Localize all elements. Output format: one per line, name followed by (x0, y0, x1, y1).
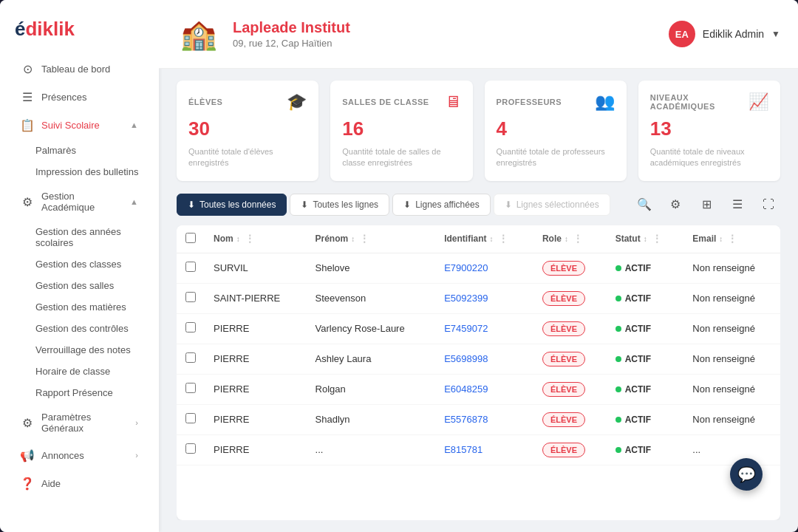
col-menu-role[interactable]: ⋮ (573, 233, 583, 245)
sidebar-item-suivi-scolaire[interactable]: 📋 Suivi Scolaire ▲ (6, 112, 153, 138)
suivi-icon: 📋 (21, 118, 34, 132)
sidebar-item-verrouillage[interactable]: Verrouillage des notes (0, 339, 159, 361)
btn-selected-lines[interactable]: ⬇ Lignes sélectionnées (494, 194, 610, 216)
stat-value-niveaux: 13 (650, 117, 768, 140)
user-area[interactable]: EA Ediklik Admin ▼ (669, 21, 780, 47)
row-select-5[interactable] (185, 413, 196, 423)
stat-label-salles: SALLES DE CLASSE (342, 98, 429, 106)
school-details: Lapleade Institut 09, rue 12, Cap Haïtie… (233, 19, 350, 49)
data-table: Nom ↕ ⋮ Prénom ↕ ⋮ (177, 225, 780, 466)
sidebar-item-matieres[interactable]: Gestion des matières (0, 296, 159, 318)
expand-icon[interactable]: ⛶ (757, 193, 780, 216)
cell-identifiant-0[interactable]: E7900220 (435, 253, 533, 283)
row-checkbox-3 (177, 344, 205, 374)
cell-email-0: Non renseigné (683, 253, 780, 283)
sidebar-item-presences[interactable]: ☰ Présences (6, 83, 153, 110)
sort-prenom-icon[interactable]: ↕ (351, 235, 355, 243)
stats-area: ÉLÈVES 🎓 30 Quantité totale d'élèves enr… (159, 69, 798, 193)
statut-badge-6: ACTIF (615, 445, 651, 455)
cell-nom-4: PIERRE (205, 374, 307, 404)
stat-label-professeurs: PROFESSEURS (497, 98, 562, 106)
sidebar-item-annees-scolaires[interactable]: Gestion des années scolaires (0, 221, 159, 253)
stat-card-salles: SALLES DE CLASSE 🖥 16 Quantité totale de… (330, 81, 472, 181)
col-menu-nom[interactable]: ⋮ (245, 233, 255, 245)
sidebar-item-impression-bulletins[interactable]: Impression des bulletins (0, 161, 159, 183)
download-icon-4: ⬇ (505, 200, 512, 210)
sort-statut-icon[interactable]: ↕ (644, 235, 647, 243)
row-select-3[interactable] (185, 352, 196, 363)
row-checkbox-2 (177, 313, 205, 344)
sort-role-icon[interactable]: ↕ (565, 235, 568, 243)
sort-identifiant-icon[interactable]: ↕ (490, 235, 494, 243)
cell-identifiant-4[interactable]: E6048259 (435, 374, 533, 404)
sidebar-item-annonces[interactable]: 📢 Annonces › (6, 442, 153, 468)
col-menu-prenom[interactable]: ⋮ (359, 233, 369, 245)
sidebar-item-horaire[interactable]: Horaire de classe (0, 361, 159, 382)
table-row: PIERRE ... E815781 ÉLÈVE ACTIF ... (177, 434, 780, 465)
row-checkbox-6 (177, 434, 205, 465)
sidebar-item-rapport-presence[interactable]: Rapport Présence (0, 382, 159, 403)
sidebar-item-tableau-de-bord[interactable]: ⊙ Tableau de bord (6, 55, 153, 82)
cell-statut-4: ACTIF (607, 374, 684, 404)
sidebar-item-salles[interactable]: Gestion des salles (0, 275, 159, 296)
main-content: 🏫 Lapleade Institut 09, rue 12, Cap Haït… (159, 0, 798, 532)
cell-identifiant-1[interactable]: E5092399 (435, 283, 533, 313)
cell-statut-1: ACTIF (607, 283, 684, 313)
stat-value-professeurs: 4 (497, 117, 615, 140)
sidebar-item-parametres[interactable]: ⚙ Paramètres Généraux › (6, 405, 153, 440)
cell-prenom-1: Steevenson (307, 283, 436, 313)
cell-email-4: Non renseigné (683, 374, 780, 404)
gestion-academique-submenu: Gestion des années scolaires Gestion des… (0, 221, 159, 403)
cell-nom-6: PIERRE (205, 434, 307, 465)
cell-nom-5: PIERRE (205, 404, 307, 434)
sidebar-item-palmares[interactable]: Palmarès (0, 140, 159, 161)
btn-displayed-lines[interactable]: ⬇ Lignes affichées (392, 194, 491, 216)
table-row: PIERRE Varlency Rose-Laure E7459072 ÉLÈV… (177, 313, 780, 344)
row-select-6[interactable] (185, 443, 196, 454)
select-all-checkbox[interactable] (185, 233, 196, 243)
sidebar-item-gestion-academique[interactable]: ⚙ Gestion Académique ▲ (6, 184, 153, 219)
stat-card-professeurs: PROFESSEURS 👥 4 Quantité totale de profe… (485, 81, 627, 181)
search-icon[interactable]: 🔍 (632, 193, 656, 216)
filter-icon[interactable]: ⚙ (664, 193, 687, 216)
cell-identifiant-3[interactable]: E5698998 (435, 344, 533, 374)
col-menu-email[interactable]: ⋮ (727, 233, 737, 245)
stat-desc-niveaux: Quantité totale de niveaux académiques e… (650, 146, 768, 169)
btn-all-data[interactable]: ⬇ Toutes les données (177, 194, 287, 216)
stat-value-salles: 16 (342, 117, 460, 140)
sidebar-item-aide[interactable]: ❓ Aide (6, 470, 153, 497)
chat-button[interactable]: 💬 (730, 458, 763, 491)
cell-role-6: ÉLÈVE (533, 434, 607, 465)
sidebar-item-classes[interactable]: Gestion des classes (0, 253, 159, 275)
cell-identifiant-6[interactable]: E815781 (435, 434, 533, 465)
cell-nom-2: PIERRE (205, 313, 307, 344)
btn-all-lines[interactable]: ⬇ Toutes les lignes (290, 194, 389, 216)
table-wrapper: Nom ↕ ⋮ Prénom ↕ ⋮ (177, 225, 780, 520)
columns-icon[interactable]: ⊞ (695, 193, 718, 216)
row-select-1[interactable] (185, 292, 196, 302)
sidebar-item-controles[interactable]: Gestion des contrôles (0, 318, 159, 339)
table-wrapper-outer: Nom ↕ ⋮ Prénom ↕ ⋮ (177, 225, 780, 520)
col-menu-identifiant[interactable]: ⋮ (498, 233, 508, 245)
cell-role-5: ÉLÈVE (533, 404, 607, 434)
cell-identifiant-5[interactable]: E5576878 (435, 404, 533, 434)
school-address: 09, rue 12, Cap Haïtien (233, 38, 350, 49)
status-dot-1 (615, 296, 621, 301)
role-badge-3: ÉLÈVE (542, 352, 585, 366)
logo: édiklik (0, 12, 159, 55)
sort-email-icon[interactable]: ↕ (719, 235, 723, 243)
grid-icon[interactable]: ☰ (726, 193, 749, 216)
col-menu-statut[interactable]: ⋮ (652, 233, 662, 245)
school-info: 🏫 Lapleade Institut 09, rue 12, Cap Haït… (177, 12, 350, 56)
row-select-4[interactable] (185, 383, 196, 393)
stat-card-niveaux: NIVEAUX ACADÉMIQUES 📈 13 Quantité totale… (638, 81, 780, 181)
row-select-2[interactable] (185, 322, 196, 332)
download-icon-3: ⬇ (403, 200, 411, 210)
cell-email-3: Non renseigné (683, 344, 780, 374)
col-identifiant: Identifiant ↕ ⋮ (435, 225, 533, 253)
cell-nom-0: SURVIL (205, 253, 307, 283)
row-select-0[interactable] (185, 262, 196, 272)
cell-identifiant-2[interactable]: E7459072 (435, 313, 533, 344)
col-statut: Statut ↕ ⋮ (607, 225, 684, 253)
sort-nom-icon[interactable]: ↕ (236, 235, 240, 243)
